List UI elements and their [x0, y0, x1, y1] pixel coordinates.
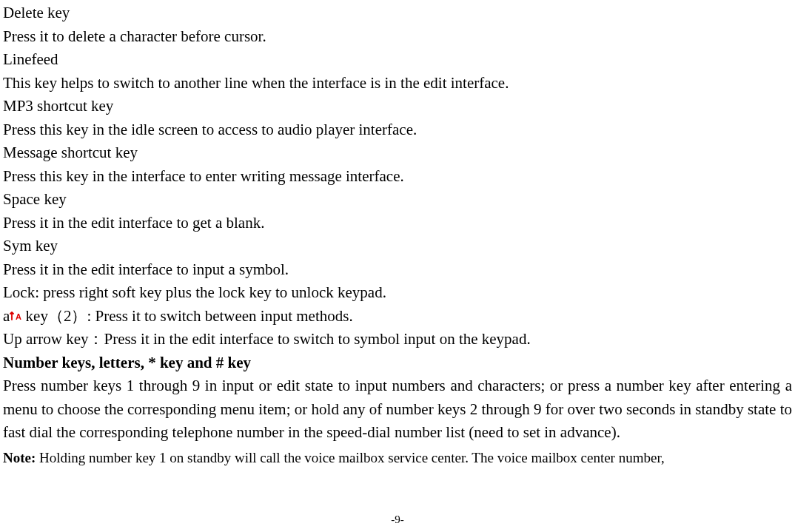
note-line: Note: Holding number key 1 on standby wi… [3, 448, 792, 469]
note-label: Note: [3, 450, 36, 465]
space-desc: Press it in the edit interface to get a … [3, 212, 792, 235]
arrow-up-a-icon: A [10, 305, 21, 315]
linefeed-desc: This key helps to switch to another line… [3, 72, 792, 95]
mp3-title: MP3 shortcut key [3, 95, 792, 118]
space-title: Space key [3, 188, 792, 212]
sym-desc: Press it in the edit interface to input … [3, 258, 792, 282]
document-body: Delete key Press it to delete a characte… [3, 1, 792, 468]
a-key-line: aA key（2）: Press it to switch between in… [3, 305, 792, 329]
lock-desc: Lock: press right soft key plus the lock… [3, 281, 792, 305]
up-arrow-desc: Up arrow key：Press it in the edit interf… [3, 328, 792, 351]
message-title: Message shortcut key [3, 141, 792, 165]
message-desc: Press this key in the interface to enter… [3, 165, 792, 189]
svg-text:A: A [16, 312, 21, 321]
number-keys-heading: Number keys, letters, * key and # key [3, 351, 792, 375]
mp3-desc: Press this key in the idle screen to acc… [3, 118, 792, 142]
linefeed-title: Linefeed [3, 48, 792, 72]
delete-key-desc: Press it to delete a character before cu… [3, 25, 792, 49]
a-key-suffix: key（2）: Press it to switch between input… [21, 307, 352, 325]
a-key-prefix: a [3, 307, 10, 325]
page-number: -9- [0, 511, 795, 528]
note-text: Holding number key 1 on standby will cal… [36, 450, 664, 465]
delete-key-title: Delete key [3, 1, 792, 25]
sym-title: Sym key [3, 235, 792, 258]
number-keys-para: Press number keys 1 through 9 in input o… [3, 374, 792, 445]
